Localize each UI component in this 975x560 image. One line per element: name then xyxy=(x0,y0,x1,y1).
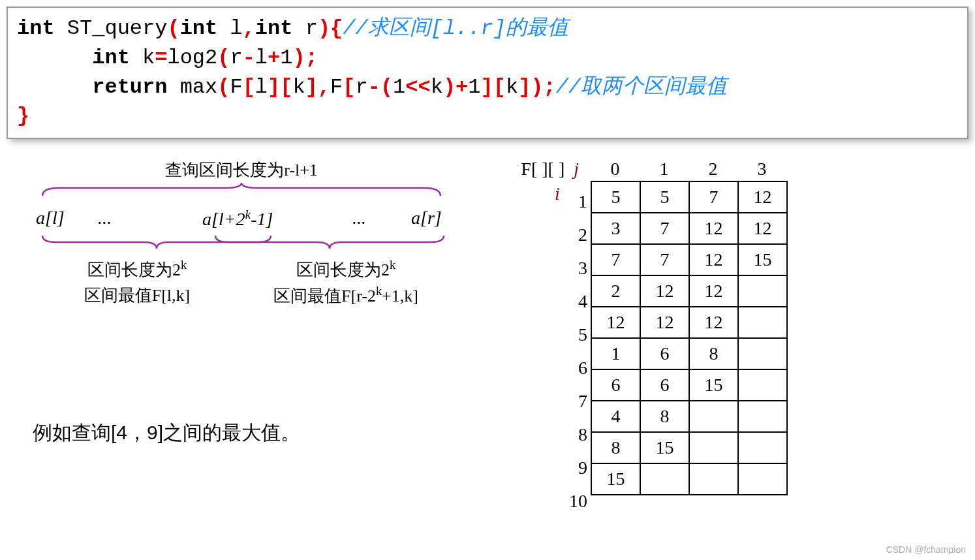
table-cell xyxy=(689,432,738,463)
table-cell: 7 xyxy=(591,244,640,275)
row-header: 10 xyxy=(561,484,587,518)
expr: 1 xyxy=(393,75,405,99)
bracket: ]) xyxy=(518,75,543,99)
table-cell: 12 xyxy=(738,181,787,213)
sub-col-right: 区间长度为2k 区间最值F[r-2k+1,k] xyxy=(248,257,444,308)
table-row: 55712 xyxy=(591,181,787,213)
col-header: 2 xyxy=(689,159,737,179)
row-headers: 12345678910 xyxy=(561,185,587,518)
table-header-row: F[ ][ ] j 0123 xyxy=(516,159,901,179)
t: +1,k] xyxy=(382,287,418,305)
paren: ) xyxy=(318,16,330,40)
table-cell: 4 xyxy=(591,401,640,432)
expr: k xyxy=(506,75,518,99)
row-header: 7 xyxy=(561,384,587,418)
table-cell: 12 xyxy=(640,307,689,338)
table-cell: 12 xyxy=(738,213,787,244)
col-header: 1 xyxy=(640,159,689,179)
row-header: 6 xyxy=(561,351,587,384)
table-row: 371212 xyxy=(591,213,787,244)
bracket: [ xyxy=(343,75,355,99)
table-row: 21212 xyxy=(591,275,787,307)
expr: r xyxy=(355,75,367,99)
table-cell: 6 xyxy=(640,369,689,401)
table-row: 6615 xyxy=(591,369,787,401)
kw-int: int xyxy=(92,46,130,70)
table-cell: 5 xyxy=(591,181,640,213)
table-cell xyxy=(689,401,738,432)
table-cell xyxy=(738,432,787,463)
row-header: 3 xyxy=(561,251,587,285)
brace: { xyxy=(330,16,343,40)
semi: ; xyxy=(305,46,318,70)
paren: ) xyxy=(292,46,305,70)
expr: r xyxy=(230,46,242,70)
kw-int: int xyxy=(17,16,55,40)
table-cell xyxy=(738,275,787,307)
semi: ; xyxy=(544,75,556,99)
code-block: int ST_query(int l,int r){//求区间[l..r]的最值… xyxy=(7,7,968,139)
expr: F xyxy=(330,75,343,99)
expr: k xyxy=(130,46,155,70)
t: 区间最值F[l,k] xyxy=(39,283,235,308)
sub-col-left: 区间长度为2k 区间最值F[l,k] xyxy=(39,257,235,308)
table-cell: 2 xyxy=(591,275,640,307)
table-cell: 5 xyxy=(640,181,689,213)
comment: //取两个区间最值 xyxy=(556,75,727,99)
table-cell: 6 xyxy=(640,338,689,369)
sup: k xyxy=(390,258,395,272)
op: = xyxy=(155,46,167,70)
brace: } xyxy=(17,104,29,128)
axis-al: a[l] xyxy=(36,208,65,228)
op: -( xyxy=(368,75,393,99)
table-cell xyxy=(738,369,787,401)
row-header: 9 xyxy=(561,451,587,484)
table-cell: 12 xyxy=(689,213,738,244)
op: - xyxy=(243,46,255,70)
expr: F xyxy=(230,75,242,99)
table-cell: 12 xyxy=(591,307,640,338)
paren: ( xyxy=(167,16,179,40)
table-cell: 1 xyxy=(591,338,640,369)
mid-b: -1] xyxy=(251,210,273,230)
kw-return: return xyxy=(92,75,167,99)
expr: 1 xyxy=(468,75,480,99)
sparse-table: F[ ][ ] j 0123 i 12345678910 55712371212… xyxy=(516,159,901,495)
corner-text: F[ ][ ] xyxy=(521,159,565,179)
brace-top-icon xyxy=(39,181,444,198)
table-cell: 7 xyxy=(640,213,689,244)
bracket: [ xyxy=(243,75,255,99)
table-row: 815 xyxy=(591,432,787,463)
table-cell: 15 xyxy=(640,432,689,463)
paren: ( xyxy=(217,46,230,70)
table-cell xyxy=(738,463,787,495)
expr: k xyxy=(431,75,443,99)
op: )+ xyxy=(443,75,468,99)
table-cell: 8 xyxy=(689,338,738,369)
table-row: 48 xyxy=(591,401,787,432)
table-cell: 12 xyxy=(640,275,689,307)
table-cell: 8 xyxy=(640,401,689,432)
comma: , xyxy=(243,16,255,40)
expr: k xyxy=(292,75,305,99)
t: 区间长度为2 xyxy=(87,260,181,279)
example-text: 例如查询[4，9]之间的最大值。 xyxy=(33,420,476,446)
row-header: 1 xyxy=(561,185,587,218)
row-header: 5 xyxy=(561,318,587,351)
brace-bottom-right-icon xyxy=(212,234,447,250)
table-cell: 12 xyxy=(689,307,738,338)
col-header: 0 xyxy=(591,159,640,179)
t: 区间长度为2 xyxy=(296,260,390,279)
kw-int: int xyxy=(180,16,218,40)
table-cell xyxy=(738,307,787,338)
paren: ( xyxy=(217,75,230,99)
table-row: 771215 xyxy=(591,244,787,275)
sup: k xyxy=(181,258,187,272)
diagram-top-label: 查询区间长度为r-l+1 xyxy=(33,159,450,181)
table-row: 168 xyxy=(591,338,787,369)
arg: l xyxy=(217,16,242,40)
table-corner: F[ ][ ] j xyxy=(516,159,591,179)
op: << xyxy=(405,75,430,99)
sub-labels: 区间长度为2k 区间最值F[l,k] 区间长度为2k 区间最值F[r-2k+1,… xyxy=(33,257,463,308)
table-cell xyxy=(640,463,689,495)
